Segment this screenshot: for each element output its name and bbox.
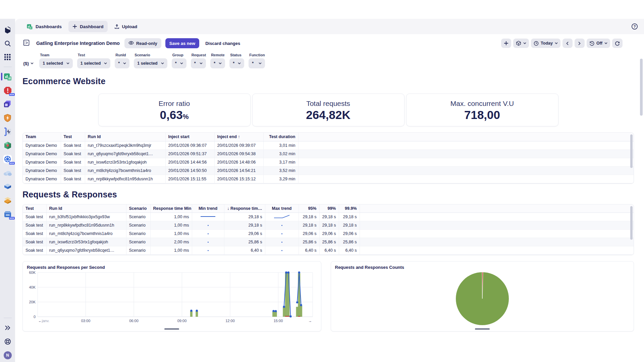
cell-max_trend <box>265 221 299 230</box>
variables-button[interactable]: {$} <box>22 58 35 68</box>
table-row[interactable]: Soak testrun_ixsw6zrzi3r53rtx1gfoqakjohS… <box>23 238 634 246</box>
help-button[interactable]: ? <box>631 23 638 30</box>
table-row[interactable]: Soak testrun_q6yuqmo7gfd9xryxb58cqet1…Sc… <box>23 246 634 255</box>
sidebar-item-problems-app[interactable]: NEW <box>0 83 15 97</box>
filter-label: Remote <box>211 53 225 57</box>
column-header-response-tim-[interactable]: ↓ Response tim… <box>224 204 265 213</box>
chevron-down-icon <box>161 62 164 64</box>
rps-chart[interactable]: 020K40K60K←janv.03:0006:0009:0012:0015:0… <box>25 270 316 323</box>
page-scrollbar[interactable] <box>640 59 643 116</box>
sidebar-item-search[interactable] <box>0 37 15 50</box>
column-header-inject-end[interactable]: Inject end ↑ <box>214 133 263 141</box>
column-header-empty <box>298 133 634 141</box>
chevron-down-icon <box>604 42 607 44</box>
filter-team-dropdown[interactable]: 1 selected <box>39 58 72 68</box>
cell-p999: 29,18 s <box>339 213 360 221</box>
chevron-down-icon <box>523 42 526 44</box>
column-header-test[interactable]: Test <box>23 204 46 213</box>
add-tile-button[interactable] <box>501 39 511 48</box>
table-row[interactable]: Dynatrace DemoSoak testrun_t79szcxaxif1p… <box>23 141 634 149</box>
tab-dashboards[interactable]: Dashboards <box>22 21 66 32</box>
column-header-min-trend[interactable]: Min trend <box>192 204 224 213</box>
column-header-inject-start[interactable]: Inject start <box>165 133 214 141</box>
sidebar-item-infrastructure-app[interactable] <box>0 138 15 152</box>
table2-scrollbar[interactable] <box>630 206 633 240</box>
panel-toggle-icon[interactable] <box>23 40 30 47</box>
readonly-badge[interactable]: Read-only <box>124 38 161 48</box>
new-badge: NEW <box>9 162 15 165</box>
filter-request: Request * <box>191 53 206 68</box>
sidebar-item-help-ring[interactable] <box>0 335 15 348</box>
filter-status-dropdown[interactable]: * <box>229 58 244 68</box>
table-row[interactable]: Soak testrun_b3fsf51jxbfhikkio3px5gx93wS… <box>23 213 634 221</box>
sidebar-item-apps-grid[interactable] <box>0 50 15 64</box>
toolbar-right-actions: TodayOff <box>501 39 635 48</box>
table-row[interactable]: Dynatrace DemoSoak testrun_nrp8kkywfpdfx… <box>23 175 634 183</box>
sidebar-item-services-app[interactable] <box>0 125 15 138</box>
filter-scenario-dropdown[interactable]: 1 selected <box>134 58 167 68</box>
column-header-95%[interactable]: 95% <box>299 204 319 213</box>
table-row[interactable]: Dynatrace DemoSoak testrun_q6yuqmo7gfd9x… <box>23 149 634 158</box>
filter-label: Function <box>249 53 265 57</box>
sidebar-item-dashboards-app[interactable] <box>0 70 15 83</box>
column-header-scenario[interactable]: Scenario <box>126 204 150 213</box>
dashboards-app-icon <box>3 72 12 81</box>
auto-refresh-button[interactable]: Off <box>587 39 610 48</box>
sidebar-item-cloud-services-app[interactable] <box>0 166 15 180</box>
table-row[interactable]: Soak testrun_nrp8kkywfpdfxc81n95dusnn1hS… <box>23 221 634 230</box>
sidebar-item-storage-app[interactable] <box>0 180 15 193</box>
sidebar-item-clouds-app[interactable] <box>0 97 15 111</box>
filter-request-dropdown[interactable]: * <box>191 58 206 68</box>
column-header-run-id[interactable]: Run Id <box>46 204 126 213</box>
table-row[interactable]: Soak testrun_mt8chj4zcig7bcwmthnis1a4roS… <box>23 230 634 238</box>
filter-runid-dropdown[interactable]: * <box>115 58 129 68</box>
table-row[interactable]: Dynatrace DemoSoak testrun_mt8chj4zcig7b… <box>23 166 634 175</box>
rps-chart-scrollbar[interactable] <box>164 328 179 329</box>
column-header-response-time-min[interactable]: Response time Min <box>150 204 192 213</box>
cell-team: Dynatrace Demo <box>23 158 61 166</box>
rps-chart-tile: Requests and Responses per Second 020K40… <box>22 261 321 331</box>
filter-test-dropdown[interactable]: 1 selected <box>77 58 110 68</box>
sidebar-item-dynatrace-logo[interactable] <box>0 23 15 37</box>
refresh-button[interactable] <box>612 39 623 48</box>
cell-min_trend <box>192 246 224 255</box>
discard-changes-button[interactable]: Discard changes <box>205 41 240 46</box>
sidebar-item-logs-app[interactable]: NEW <box>0 207 15 221</box>
counts-pie-chart[interactable] <box>449 270 516 326</box>
counts-pie-scrollbar[interactable] <box>475 328 490 329</box>
cell-run_id: run_nrp8kkywfpdfxc81n95dusnn1h <box>85 175 165 183</box>
column-header-99%[interactable]: 99% <box>319 204 339 213</box>
timeframe-next-button[interactable] <box>575 39 585 48</box>
sidebar-item-security-app[interactable] <box>0 111 15 125</box>
timeframe-prev-button[interactable] <box>562 39 573 48</box>
presets-button[interactable] <box>513 39 529 48</box>
dynatrace-logo-icon <box>3 25 12 34</box>
table1-scrollbar[interactable] <box>630 134 633 168</box>
tab-dashboard[interactable]: Dashboard <box>68 21 108 32</box>
svg-text:40K: 40K <box>29 285 36 289</box>
tab-upload[interactable]: Upload <box>110 21 142 32</box>
column-header-run-id[interactable]: Run Id <box>85 133 165 141</box>
sidebar-item-expand-sidebar[interactable] <box>0 321 15 335</box>
column-header-max-trend[interactable]: Max trend <box>265 204 299 213</box>
filter-label: Status <box>230 53 244 57</box>
sidebar-item-workflows-app[interactable] <box>0 193 15 207</box>
cell-run_id: run_q6yuqmo7gfd9xryxb58cqet1… <box>46 246 126 255</box>
filter-group-dropdown[interactable]: * <box>172 58 186 68</box>
column-header-test-duration[interactable]: Test duration <box>263 133 298 141</box>
column-header-test[interactable]: Test <box>61 133 85 141</box>
cell-inject_start: 20/01/2026 09:51:37 <box>165 149 214 158</box>
cell-min_trend <box>192 213 224 221</box>
settings-button[interactable] <box>625 39 635 48</box>
filter-remote-dropdown[interactable]: * <box>210 58 225 68</box>
save-as-new-button[interactable]: Save as new <box>165 38 199 48</box>
active-indicator <box>1 73 2 80</box>
filter-function-dropdown[interactable]: * <box>249 58 265 68</box>
timeframe-button[interactable]: Today <box>531 39 560 48</box>
sidebar-item-user-avatar[interactable]: N <box>0 348 15 362</box>
filter-runid: RunId * <box>115 53 129 68</box>
column-header-team[interactable]: Team <box>23 133 61 141</box>
sidebar-item-kubernetes-app[interactable]: NEW <box>0 152 15 166</box>
table-row[interactable]: Dynatrace DemoSoak testrun_ixsw6zrzi3r53… <box>23 158 634 166</box>
column-header-99.9%[interactable]: 99.9% <box>339 204 360 213</box>
